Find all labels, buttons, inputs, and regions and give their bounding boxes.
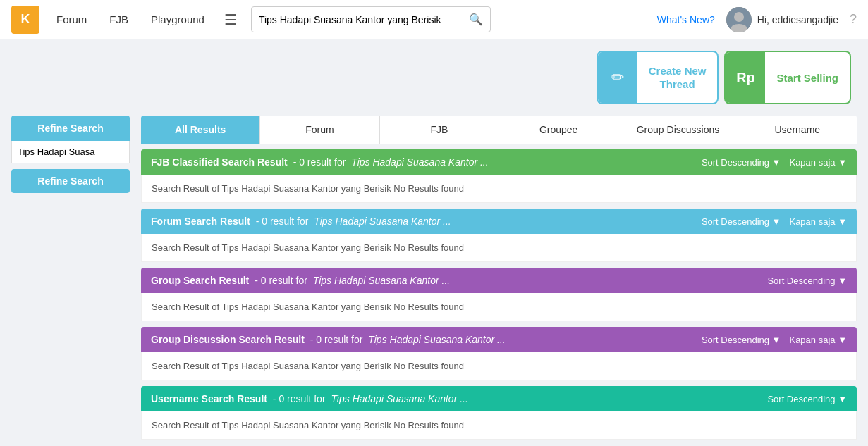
avatar <box>726 7 752 32</box>
create-thread-button[interactable]: ✏ Create NewThread <box>597 51 719 104</box>
result-body-forum: Search Result of Tips Hadapi Suasana Kan… <box>141 234 857 262</box>
result-body-group: Search Result of Tips Hadapi Suasana Kan… <box>141 293 857 321</box>
result-header-left-group-discussion: Group Discussion Search Result - 0 resul… <box>151 334 506 345</box>
result-title-fjb: FJB Classified Search Result <box>151 156 288 168</box>
result-count-username: - 0 result for <box>270 393 328 404</box>
result-count-fjb: - 0 result for <box>291 156 348 168</box>
create-thread-label: Create NewThread <box>637 64 718 92</box>
header: K Forum FJB Playground ☰ 🔍 What's New? H… <box>0 0 868 39</box>
result-header-left-username: Username Search Result - 0 result for Ti… <box>151 393 468 404</box>
result-section-forum: Forum Search Result - 0 result for Tips … <box>141 209 857 262</box>
result-header-right-fjb: Sort Descending ▼ Kapan saja ▼ <box>702 157 847 168</box>
tab-groupee[interactable]: Groupee <box>499 116 618 144</box>
search-input[interactable] <box>252 8 462 31</box>
username-label: Hi, eddiesangadjie <box>757 14 838 25</box>
result-query-fjb: Tips Hadapi Suasana Kantor ... <box>351 156 488 168</box>
result-query-username: Tips Hadapi Suasana Kantor ... <box>331 393 467 404</box>
kapan-button-forum[interactable]: Kapan saja ▼ <box>789 216 847 227</box>
results-container: FJB Classified Search Result - 0 result … <box>141 149 857 440</box>
result-header-right-group: Sort Descending ▼ <box>767 275 847 286</box>
start-selling-button[interactable]: Rp Start Selling <box>724 51 851 104</box>
sort-button-fjb[interactable]: Sort Descending ▼ <box>702 157 781 168</box>
result-title-group-discussion: Group Discussion Search Result <box>151 334 305 345</box>
nav-playground[interactable]: Playground <box>145 13 210 25</box>
sort-button-group-discussion[interactable]: Sort Descending ▼ <box>702 335 781 345</box>
result-header-left-forum: Forum Search Result - 0 result for Tips … <box>151 216 451 227</box>
sort-button-username[interactable]: Sort Descending ▼ <box>767 394 847 404</box>
result-body-username: Search Result of Tips Hadapi Suasana Kan… <box>141 411 857 440</box>
result-title-group: Group Search Result <box>151 275 249 286</box>
result-header-group: Group Search Result - 0 result for Tips … <box>141 268 857 293</box>
start-selling-label: Start Selling <box>765 72 850 84</box>
result-section-username: Username Search Result - 0 result for Ti… <box>141 386 857 440</box>
result-count-forum: - 0 result for <box>253 216 311 227</box>
result-header-username: Username Search Result - 0 result for Ti… <box>141 386 857 411</box>
result-section-group-discussion: Group Discussion Search Result - 0 resul… <box>141 327 857 380</box>
result-header-right-username: Sort Descending ▼ <box>767 394 847 404</box>
hamburger-icon[interactable]: ☰ <box>221 11 240 28</box>
result-section-group: Group Search Result - 0 result for Tips … <box>141 268 857 321</box>
result-body-fjb: Search Result of Tips Hadapi Suasana Kan… <box>141 175 857 203</box>
result-query-group: Tips Hadapi Suasana Kantor ... <box>313 275 450 286</box>
result-header-left-fjb: FJB Classified Search Result - 0 result … <box>151 156 489 168</box>
result-header-right-forum: Sort Descending ▼ Kapan saja ▼ <box>702 216 847 227</box>
search-bar: 🔍 <box>251 6 491 32</box>
result-header-forum: Forum Search Result - 0 result for Tips … <box>141 209 857 234</box>
tab-all-results[interactable]: All Results <box>141 116 260 144</box>
tab-forum[interactable]: Forum <box>260 116 379 144</box>
sidebar-search-input[interactable] <box>11 141 130 163</box>
tabs: All Results Forum FJB Groupee Group Disc… <box>141 116 857 144</box>
result-count-group-discussion: - 0 result for <box>307 334 365 345</box>
tab-fjb[interactable]: FJB <box>380 116 499 144</box>
tab-group-discussions[interactable]: Group Discussions <box>618 116 738 144</box>
result-section-fjb: FJB Classified Search Result - 0 result … <box>141 149 857 203</box>
logo[interactable]: K <box>11 6 39 34</box>
result-header-left-group: Group Search Result - 0 result for Tips … <box>151 275 450 286</box>
kapan-button-fjb[interactable]: Kapan saja ▼ <box>789 157 847 168</box>
result-title-forum: Forum Search Result <box>151 216 250 227</box>
sidebar: Refine Search Refine Search <box>11 116 130 440</box>
create-thread-icon: ✏ <box>598 52 637 103</box>
result-body-group-discussion: Search Result of Tips Hadapi Suasana Kan… <box>141 352 857 380</box>
sidebar-refine-button[interactable]: Refine Search <box>11 169 130 193</box>
sidebar-title: Refine Search <box>11 116 130 141</box>
help-icon[interactable]: ? <box>850 12 857 27</box>
sort-button-forum[interactable]: Sort Descending ▼ <box>702 216 781 227</box>
start-selling-icon: Rp <box>726 52 765 103</box>
tab-username[interactable]: Username <box>738 116 857 144</box>
result-query-forum: Tips Hadapi Suasana Kantor ... <box>314 216 451 227</box>
result-header-group-discussion: Group Discussion Search Result - 0 resul… <box>141 327 857 352</box>
user-info: Hi, eddiesangadjie <box>726 7 838 32</box>
svg-point-1 <box>734 12 744 22</box>
header-right: What's New? Hi, eddiesangadjie ? <box>657 7 857 32</box>
nav-fjb[interactable]: FJB <box>104 13 134 25</box>
whats-new-link[interactable]: What's New? <box>657 14 715 25</box>
result-count-group: - 0 result for <box>252 275 310 286</box>
main-content: Refine Search Refine Search All Results … <box>0 116 868 446</box>
action-area: ✏ Create NewThread Rp Start Selling <box>0 39 868 116</box>
result-header-right-group-discussion: Sort Descending ▼ Kapan saja ▼ <box>702 335 847 345</box>
sort-button-group[interactable]: Sort Descending ▼ <box>767 275 847 286</box>
kapan-button-group-discussion[interactable]: Kapan saja ▼ <box>789 335 847 345</box>
results-area: All Results Forum FJB Groupee Group Disc… <box>141 116 857 440</box>
result-header-fjb: FJB Classified Search Result - 0 result … <box>141 149 857 175</box>
search-button[interactable]: 🔍 <box>462 7 490 32</box>
result-query-group-discussion: Tips Hadapi Suasana Kantor ... <box>368 334 505 345</box>
nav-forum[interactable]: Forum <box>51 13 92 25</box>
result-title-username: Username Search Result <box>151 393 267 404</box>
